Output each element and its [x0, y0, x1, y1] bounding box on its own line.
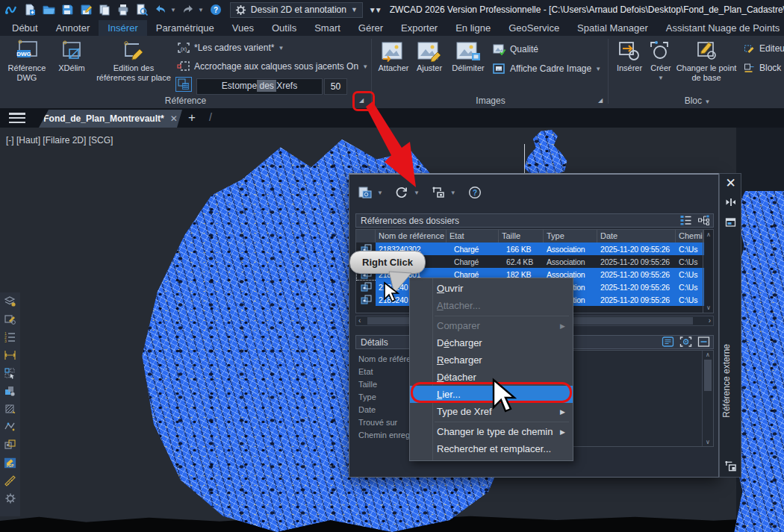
menu-item-rechercher-et-remplacer[interactable]: Rechercher et remplacer... [410, 440, 573, 457]
create-block-button[interactable]: Créer ▼ [647, 40, 675, 83]
copy-icon[interactable] [98, 4, 111, 16]
list-view-icon[interactable] [679, 215, 692, 225]
xdelim-button[interactable]: XDélim [52, 40, 91, 73]
redo-dropdown-icon[interactable]: ▼ [198, 7, 204, 13]
save-icon[interactable] [60, 4, 74, 16]
images-panel-expander[interactable]: ◢ [594, 95, 606, 105]
table-vertical-scrollbar[interactable]: ∧ ∨ [703, 230, 714, 313]
menu-item-changer-le-type-de-chemin[interactable]: Changer le type de chemin▶ [410, 423, 573, 440]
plot-preview-icon[interactable] [135, 4, 149, 16]
ribbon-tab-ins-rer[interactable]: Insérer [99, 20, 146, 36]
undo-dropdown-icon[interactable]: ▼ [170, 7, 176, 13]
scroll-right-icon[interactable]: › [709, 316, 711, 325]
column-header-6[interactable]: Chemin [676, 230, 704, 242]
scroll-left-icon[interactable]: ‹ [358, 316, 361, 325]
ribbon-tab-assistant-nuage-de-points[interactable]: Assistant Nuage de Points [657, 20, 784, 36]
ribbon-tab-g-rer[interactable]: Gérer [349, 20, 392, 36]
layer-states-icon[interactable] [4, 295, 16, 307]
change-base-point-button[interactable]: Changer le point de base [673, 40, 739, 83]
ribbon-tab-spatial-manager[interactable]: Spatial Manager [568, 20, 657, 36]
folders-section-header[interactable]: Références des dossiers [355, 213, 714, 228]
close-tab-icon[interactable]: ✕ [170, 113, 178, 124]
column-header-2[interactable]: Etat [447, 230, 499, 242]
column-header-1[interactable]: Nom de référence [376, 230, 447, 242]
insert-block-button[interactable]: Insérer [612, 40, 647, 73]
print-icon[interactable] [116, 4, 130, 16]
palette-title-bar: ✕ Référence externe [719, 173, 741, 478]
zwcad-logo-icon[interactable] [4, 4, 18, 16]
clip-image-button[interactable]: Délimiter [448, 40, 488, 73]
image-frame-dropdown[interactable]: Affiche Cadre Image▼ [493, 63, 601, 75]
open-folder-icon[interactable] [42, 4, 55, 16]
undo-icon[interactable] [154, 4, 167, 16]
save-as-icon[interactable] [79, 4, 93, 16]
ribbon-tab-vues[interactable]: Vues [223, 20, 263, 36]
quick-access-toolbar: ▼▼? [0, 4, 223, 16]
ribbon-tab-param-trique[interactable]: Paramétrique [147, 20, 223, 36]
document-tab-label: Fond_de_Plan_Montrevault* [43, 113, 164, 124]
ribbon-tab-en-ligne[interactable]: En ligne [447, 20, 500, 36]
properties-icon[interactable] [724, 216, 737, 228]
xref-frames-dropdown[interactable]: (x) *Les cadres varient*▼ [177, 42, 284, 54]
quick-select-icon[interactable] [4, 367, 16, 379]
menu-item-ouvrir[interactable]: Ouvrir [410, 280, 573, 297]
polyline-icon[interactable] [4, 421, 16, 433]
redo-icon[interactable] [181, 4, 195, 16]
menu-item-d-charger[interactable]: Décharger [410, 334, 573, 351]
new-tab-button[interactable]: + [188, 110, 196, 125]
workspace-switcher[interactable]: Dessin 2D et annotation ▼ [230, 2, 363, 18]
numbered-list-icon[interactable]: 123 [4, 331, 16, 343]
ribbon-tabs: DébutAnnoterInsérerParamétriqueVuesOutil… [3, 20, 784, 36]
hatch-icon[interactable] [4, 403, 16, 415]
reference-dwg-button[interactable]: DWG Référence DWG [4, 40, 49, 83]
column-header-3[interactable]: Taille [499, 230, 544, 242]
collapse-icon[interactable] [697, 337, 710, 347]
document-tab[interactable]: Fond_de_Plan_Montrevault* ✕ [39, 110, 182, 128]
dimension-spacing-icon[interactable] [4, 349, 16, 361]
xref-fading-toggle[interactable] [177, 78, 190, 90]
underlay-snap-dropdown[interactable]: Accrochage aux calques sous jacents On▼ [177, 60, 368, 72]
adjust-image-button[interactable]: Ajuster [412, 40, 447, 73]
column-header-5[interactable]: Date [597, 230, 676, 242]
pgp-editor-icon[interactable]: PGP [4, 457, 16, 469]
menu-item-recharger[interactable]: Recharger [410, 351, 573, 369]
edit-reference-icon[interactable] [4, 313, 16, 325]
details-label: Etat [358, 366, 415, 378]
settings-gear-icon[interactable] [4, 492, 16, 504]
chevron-down-icon: ▼ [351, 6, 358, 13]
ribbon-tab-d-but[interactable]: Début [3, 20, 47, 36]
adjust-image-icon [416, 40, 443, 62]
save-tree-dropdown-icon[interactable]: ▼ [450, 190, 456, 196]
tab-bar-divider: / [209, 111, 212, 123]
edit-reference-in-place-button[interactable]: Edition des références sur place [94, 40, 173, 83]
ribbon-tab-smart[interactable]: Smart [305, 20, 349, 36]
auto-hide-pin-icon[interactable] [724, 196, 737, 208]
viewport-controls-label[interactable]: [-] [Haut] [Filaire 2D] [SCG] [6, 135, 113, 145]
insert-block-icon [617, 40, 642, 62]
details-scrollbar[interactable]: ∧ ∨ [702, 351, 713, 446]
image-quality-button[interactable]: Qualité [493, 43, 538, 55]
xref-item-icon [356, 281, 376, 293]
column-header-icon[interactable] [356, 230, 376, 242]
ribbon-tab-outils[interactable]: Outils [263, 20, 305, 36]
xref-notify-icon[interactable] [4, 439, 16, 451]
blocks-icon[interactable] [4, 385, 16, 397]
ribbon-tab-exporter[interactable]: Exporter [392, 20, 447, 36]
attach-image-button[interactable]: Attacher [375, 40, 412, 73]
new-file-icon[interactable] [23, 4, 37, 16]
measure-icon[interactable] [4, 475, 16, 486]
block-editor-button[interactable]: Editeur [743, 43, 784, 54]
tree-view-icon[interactable] [697, 215, 710, 225]
help-circle-icon[interactable]: ? [467, 185, 483, 200]
close-icon[interactable]: ✕ [724, 177, 737, 189]
xref-fading-slider[interactable]: Estompe des Xrefs [196, 78, 323, 95]
block-button[interactable]: Block [743, 63, 781, 73]
details-view-icon[interactable] [662, 337, 674, 347]
toolbar-customize-icon[interactable]: ▼▼ [369, 6, 381, 14]
column-header-4[interactable]: Type [544, 230, 597, 242]
ribbon-tab-geoservice[interactable]: GeoService [500, 20, 568, 36]
preview-view-icon[interactable] [679, 337, 692, 347]
help-icon[interactable]: ? [209, 4, 223, 16]
menu-hamburger-icon[interactable] [9, 113, 25, 123]
ribbon-tab-annoter[interactable]: Annoter [47, 20, 99, 36]
